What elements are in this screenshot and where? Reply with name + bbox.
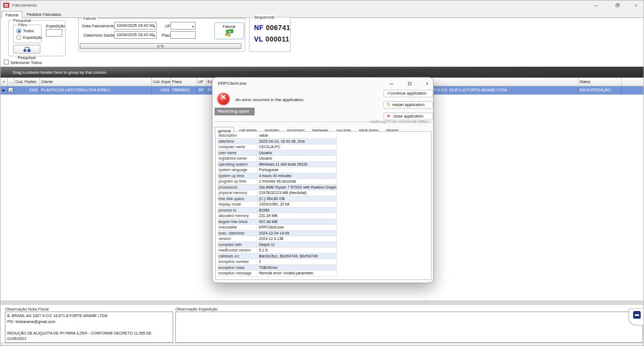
obs-expedicao-textarea[interactable]	[175, 312, 643, 343]
table-row: exception number2	[217, 259, 337, 265]
value-cell: (C:) 354,80 GB	[257, 196, 337, 202]
value-cell: Usuario	[257, 156, 337, 162]
value-cell: 2024-12-04 14:45	[257, 231, 337, 237]
close-button[interactable]: ×	[630, 2, 642, 9]
row-checkbox[interactable]	[8, 87, 13, 92]
value-cell: Portuguese	[257, 167, 337, 173]
table-row: processors16x AMD Ryzen 7 5700G with Rad…	[217, 185, 337, 191]
value-cell: Usuario	[257, 150, 337, 156]
col-header-extra[interactable]	[622, 78, 644, 86]
table-row: allocated memory231,34 MB	[217, 213, 337, 219]
value-cell: 21978/32123 MB (free/total)	[257, 190, 337, 196]
table-row: operating systemWindows 11 x64 build 261…	[217, 162, 337, 168]
continue-application-button[interactable]: ✓ continue application	[383, 90, 433, 97]
value-cell: 1920x1080, 32 bit	[257, 202, 337, 208]
table-row: display mode1920x1080, 32 bit	[217, 202, 337, 208]
teamviewer-dock-tab[interactable]	[629, 308, 644, 325]
description-cell: madExcept version	[217, 248, 257, 254]
uf-combo[interactable]: ▾	[170, 22, 196, 30]
tab-pedidos-faturados[interactable]: Pedidos Faturados	[23, 11, 64, 18]
binoculars-icon	[23, 47, 31, 52]
uf-label: UF	[165, 24, 170, 28]
data-hora-saida-combo[interactable]: 10/04/2025 16:42:40▾	[114, 31, 157, 39]
error-dialog: ERPClient.exe × An error occurred in the…	[212, 77, 434, 283]
expedicao-input[interactable]	[46, 29, 62, 37]
envelope-icon: ✉	[217, 108, 221, 115]
vl-label: VL	[254, 36, 263, 43]
table-row: executableERPClient.exe	[217, 225, 337, 231]
grid-groupby-band[interactable]: Drag a column header here to group by th…	[1, 67, 644, 78]
description-cell: system language	[217, 167, 257, 173]
expedicao-field-label: Expedição	[46, 24, 65, 28]
table-row: exception classTDBXError	[217, 265, 337, 271]
value-cell: Remote error: Invalid parameter.	[257, 271, 337, 277]
radio-expedicao[interactable]	[16, 35, 21, 40]
table-header-row: descriptionvalue	[217, 133, 337, 139]
col-header-cliente[interactable]: Cliente	[40, 78, 152, 86]
col-header-checkbox[interactable]: ...	[8, 78, 14, 86]
chevron-down-icon: ▾	[192, 24, 194, 30]
value-cell: 4 hours 40 minutes	[257, 173, 337, 179]
table-row: physical memory21978/32123 MB (free/tota…	[217, 190, 337, 196]
restore-button[interactable]	[611, 2, 623, 9]
table-row: date/time2025-04-10, 16:42:48, 2ms	[217, 139, 337, 145]
value-cell: 16x AMD Ryzen 7 5700G with Radeon Graphi…	[257, 185, 337, 191]
table-row: version2024.12.4.138	[217, 236, 337, 242]
col-header-status[interactable]: Status	[578, 78, 622, 86]
error-icon	[217, 92, 230, 105]
value-cell: 907,46 MB	[257, 219, 337, 225]
money-icon	[224, 30, 234, 36]
chevron-down-icon: ▾	[153, 33, 155, 39]
progress-text: 0 %	[157, 44, 164, 48]
dialog-close-button[interactable]: ×	[422, 80, 432, 87]
description-cell: exception class	[217, 265, 257, 271]
description-cell: processors	[217, 185, 257, 191]
dialog-minimize-button[interactable]	[386, 80, 396, 87]
value-cell: value	[257, 133, 337, 139]
col-header-uf[interactable]: UF	[197, 78, 206, 86]
check-icon: ✓	[387, 90, 391, 97]
faturar-button[interactable]: Faturar	[214, 22, 244, 39]
cell-cod-expedicao: 1003	[152, 86, 171, 95]
col-header-placa[interactable]: Placa	[171, 78, 197, 86]
pesquisar-button[interactable]: Pesquisar	[13, 45, 40, 54]
tab-faturar[interactable]: Faturar	[2, 11, 22, 18]
description-cell: computer name	[217, 144, 257, 150]
dialog-tab-general[interactable]: general	[215, 127, 234, 134]
description-cell: operating system	[217, 162, 257, 168]
filtro-group-label: Filtro	[17, 22, 28, 27]
selecionar-todos-checkbox[interactable]	[4, 60, 9, 64]
grid-corner-icon[interactable]: ∗	[1, 78, 8, 86]
table-row: computer nameCECILIA-PC	[217, 144, 337, 150]
description-cell: system up time	[217, 173, 257, 179]
dialog-maximize-button[interactable]	[405, 80, 415, 87]
description-cell: exec. date/time	[217, 231, 257, 237]
radio-expedicao-label: Expedição	[23, 35, 42, 40]
description-cell: physical memory	[217, 190, 257, 196]
value-cell: 2 minutes 46 seconds	[257, 179, 337, 185]
data-faturamento-combo[interactable]: 10/04/2025 16:42:40▾	[114, 22, 157, 30]
value-cell: Windows 11 x64 build 26100	[257, 162, 337, 168]
row-checkbox-cell[interactable]	[8, 86, 14, 95]
obs-nota-fiscal-label: Observação Nota Fiscal	[5, 307, 49, 312]
radio-todos[interactable]	[16, 28, 21, 33]
restart-application-button[interactable]: ↻ restart application	[383, 101, 433, 109]
grid-horizontal-scrollbar[interactable]	[1, 301, 644, 305]
selecionar-todos-label: Selecionar Todos	[10, 60, 42, 65]
send-bug-report-button[interactable]: ✉ send bug report	[215, 108, 255, 115]
radio-todos-label: Todos	[23, 28, 34, 33]
col-header-cod-expedicao[interactable]: Cod. Expedição	[152, 78, 171, 86]
description-cell: exception number	[217, 259, 257, 265]
minimize-button[interactable]	[589, 2, 601, 9]
table-row: callstack crc$de1b15cc, $3cf04749, $3cf0…	[217, 254, 337, 260]
nf-value: 006741	[266, 24, 291, 32]
faturar-group: Faturar Data Faturamento 10/04/2025 16:4…	[78, 18, 245, 52]
app-window: { "window": { "title": "Faturamento" }, …	[0, 0, 644, 346]
placa-input[interactable]	[170, 31, 196, 39]
obs-nota-fiscal-textarea[interactable]: B. BRASIL AG 2427-9 C/C 16.871-8 FORTE A…	[5, 312, 173, 343]
value-cell: 2	[257, 259, 337, 265]
description-cell: allocated memory	[217, 213, 257, 219]
table-row: largest free block907,46 MB	[217, 219, 337, 225]
col-header-cod-pedido[interactable]: Cod. Pedido	[14, 78, 40, 86]
madexcept-edition-row: —madExcept 5 non-commercial edition—	[215, 119, 432, 124]
